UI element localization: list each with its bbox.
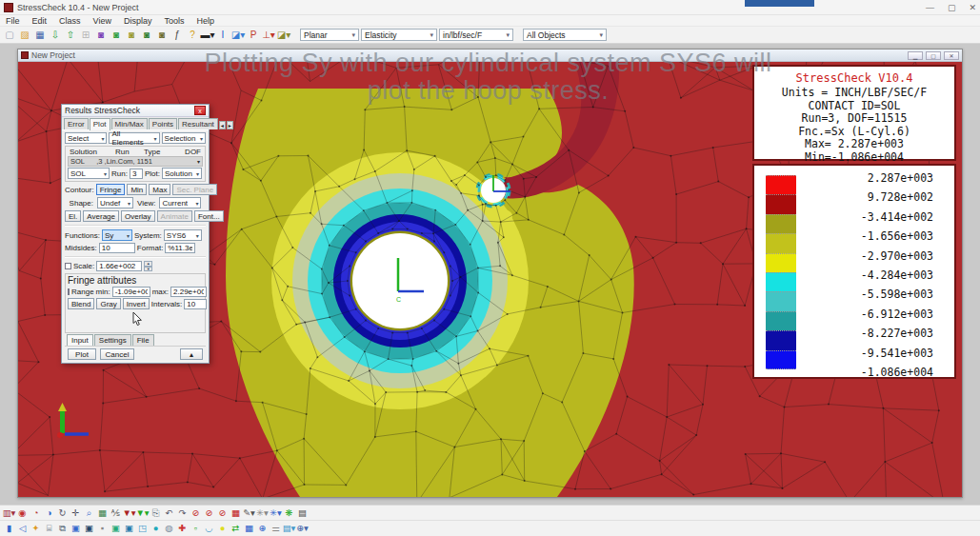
list-options-icon[interactable]: ▤▾	[283, 523, 295, 535]
tab-input[interactable]: Input	[67, 334, 93, 346]
model-window-titlebar[interactable]: New Project ▁ ▢ ✕	[18, 50, 962, 62]
tab-file[interactable]: File	[132, 334, 154, 346]
help-icon[interactable]: ?	[186, 29, 199, 42]
view-left-icon[interactable]: ▣	[110, 523, 122, 535]
effects-icon[interactable]: ❋	[283, 506, 295, 519]
intervals-input[interactable]	[184, 299, 207, 309]
range-min-input[interactable]	[112, 287, 150, 297]
invert-button[interactable]: Invert	[123, 298, 150, 309]
annotate-icon[interactable]: ✎▾	[243, 506, 255, 519]
zoom-icon[interactable]: ⌕	[83, 506, 95, 519]
tab-error[interactable]: Error	[64, 118, 89, 129]
edge-tool-icon[interactable]: ▬▾	[201, 29, 214, 42]
tab-scroll-right[interactable]: ▸	[227, 121, 233, 129]
clip-plane1-icon[interactable]: ⊘	[190, 506, 202, 519]
zoom-percent-icon[interactable]: ⅍	[110, 506, 122, 519]
elements-combo[interactable]: All Elements▾	[109, 132, 159, 144]
view-back-icon[interactable]: ▣	[83, 523, 95, 535]
db-geometry-icon[interactable]: ◙	[94, 29, 108, 42]
analysis-combo[interactable]: Elasticity▾	[361, 29, 437, 41]
copy-icon[interactable]: ⧉	[56, 523, 69, 535]
layout-icon[interactable]: ◳	[136, 523, 149, 535]
menu-item[interactable]: Edit	[32, 16, 48, 26]
table-icon[interactable]: ⌸	[43, 523, 55, 535]
dynamic-view-icon[interactable]: ◑	[43, 506, 55, 519]
clip-plane3-icon[interactable]: ⊘	[216, 506, 229, 519]
cancel-button[interactable]: Cancel	[100, 348, 134, 360]
copy-view-icon[interactable]: ⎘	[150, 506, 162, 519]
blend-button[interactable]: Blend	[68, 298, 94, 309]
db-solution-icon[interactable]: ◙	[140, 29, 153, 42]
tab-points[interactable]: Points	[149, 118, 177, 129]
child-close-button[interactable]: ✕	[944, 51, 959, 60]
reference-combo[interactable]: Planar▾	[300, 29, 359, 41]
formula-book-icon[interactable]: ƒ	[170, 29, 184, 42]
menu-item[interactable]: Help	[196, 16, 214, 26]
midsides-input[interactable]	[99, 243, 135, 253]
tab-minmax[interactable]: Min/Max	[111, 118, 148, 129]
db-mesh-icon[interactable]: ◙	[110, 29, 123, 42]
back-icon[interactable]: ◁	[16, 523, 29, 535]
tab-settings[interactable]: Settings	[94, 334, 131, 346]
objects-combo[interactable]: All Objects▾	[523, 29, 607, 41]
close-button[interactable]: ✕	[969, 3, 976, 12]
swap-icon[interactable]: ⇄	[230, 523, 242, 535]
tab-scroll-left[interactable]: ◂	[219, 121, 226, 129]
plot-button[interactable]: Plot	[68, 348, 96, 360]
db-results-icon[interactable]: ◙	[155, 29, 169, 42]
results-panel-icon[interactable]: ▮	[3, 523, 15, 535]
import-icon[interactable]: ⇩	[49, 29, 62, 42]
menu-item[interactable]: File	[6, 16, 20, 26]
min-button[interactable]: Min	[127, 184, 147, 195]
plot-type-combo[interactable]: Solution▾	[162, 168, 202, 179]
max-button[interactable]: Max	[149, 184, 170, 195]
run-input[interactable]	[130, 169, 143, 179]
zoom-window-icon[interactable]: ▦	[96, 506, 109, 519]
fringe-button[interactable]: Fringe	[96, 184, 126, 195]
maximize-button[interactable]: ▢	[948, 3, 956, 12]
shape-combo[interactable]: Undef▾	[97, 197, 133, 208]
export-icon[interactable]: ⇧	[64, 29, 77, 42]
rotate-icon[interactable]: ◔	[30, 506, 42, 519]
spin-icon[interactable]: ↻	[56, 506, 69, 519]
results-dialog-titlebar[interactable]: Results StressCheck x	[62, 105, 209, 117]
view-right-icon[interactable]: ▣	[123, 523, 135, 535]
system-combo[interactable]: SYS6▾	[164, 229, 202, 241]
format-input[interactable]	[165, 243, 195, 253]
dialog-close-button[interactable]: x	[194, 106, 206, 115]
record-icon[interactable]: ◉	[16, 506, 29, 519]
units-combo[interactable]: in/lbf/sec/F▾	[439, 29, 513, 41]
scale-input[interactable]	[96, 261, 142, 271]
fill-red-icon[interactable]: ▼▾	[123, 506, 135, 519]
fill-green-icon[interactable]: ▼▾	[136, 506, 149, 519]
menu-item[interactable]: Class	[59, 16, 81, 26]
view-small-icon[interactable]: ▪	[96, 523, 109, 535]
constraint-tool-icon[interactable]: ⊥▾	[262, 29, 275, 42]
tab-plot[interactable]: Plot	[90, 118, 110, 130]
gray-button[interactable]: Gray	[96, 298, 120, 309]
highlight-icon[interactable]: ✦	[30, 523, 42, 535]
range-max-input[interactable]	[170, 287, 207, 297]
point-marker-icon[interactable]: ●	[216, 523, 229, 535]
tab-resultant[interactable]: Resultant	[178, 118, 218, 129]
save-icon[interactable]: ▦	[33, 29, 47, 42]
collapse-button[interactable]: ▴	[180, 348, 203, 360]
average-button[interactable]: Average	[83, 210, 119, 222]
scale-checkbox[interactable]	[65, 263, 71, 269]
function-combo[interactable]: Sy▾	[102, 229, 132, 241]
db-material-icon[interactable]: ◙	[125, 29, 138, 42]
add-point-icon[interactable]: ✚	[176, 523, 189, 535]
shading-options-icon[interactable]: ✳▾	[270, 506, 282, 519]
curve-icon[interactable]: ◡	[203, 523, 215, 535]
render-options-icon[interactable]: ✳▾	[256, 506, 269, 519]
overlay-button[interactable]: Overlay	[121, 210, 155, 222]
redo-view-icon[interactable]: ↷	[176, 506, 189, 519]
load-folder-icon[interactable]: ◪▾	[277, 29, 290, 42]
clip-plane2-icon[interactable]: ⊘	[203, 506, 215, 519]
view-front-icon[interactable]: ▣	[70, 523, 82, 535]
scale-spinner[interactable]: ▲▼	[144, 261, 152, 271]
system-options-icon[interactable]: ⊕▾	[296, 523, 309, 535]
solution-combo[interactable]: SOL▾	[68, 168, 110, 179]
menu-item[interactable]: View	[93, 16, 111, 26]
menu-item[interactable]: Display	[124, 16, 152, 26]
